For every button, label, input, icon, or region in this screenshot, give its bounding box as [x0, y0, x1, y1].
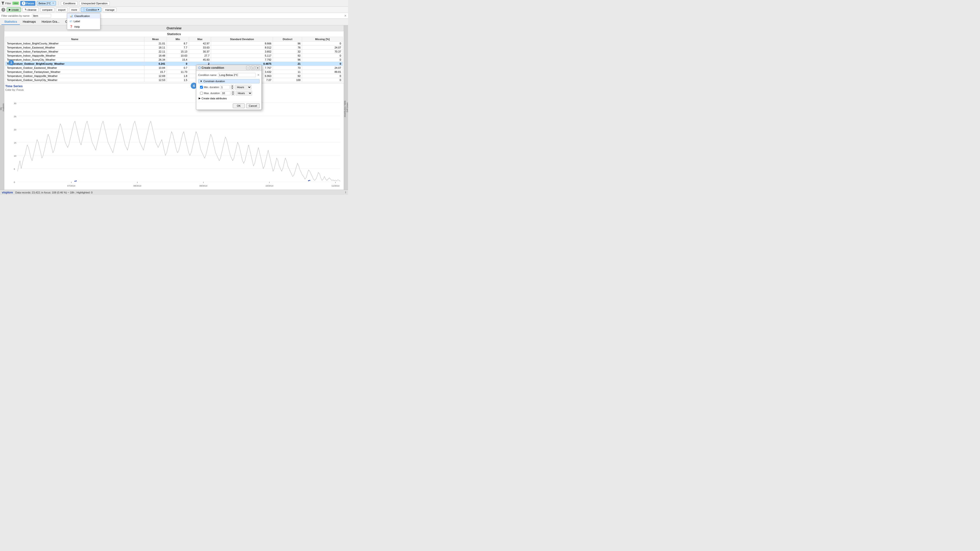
svg-text:07/2014: 07/2014 — [67, 184, 76, 187]
focus-label: Focus — [26, 2, 34, 5]
min-duration-increment[interactable]: ▲ — [231, 85, 234, 87]
max-duration-unit-select[interactable]: Hours Minutes Days — [235, 91, 252, 95]
filter-variables-input[interactable] — [32, 14, 51, 17]
max-duration-input[interactable] — [221, 91, 231, 95]
min-duration-checkbox[interactable] — [200, 86, 203, 89]
dropdown-item-label[interactable]: 🏷 Label — [67, 19, 100, 24]
dropdown-item-help[interactable]: ❓ Help — [67, 24, 100, 29]
row-value: 22.11 — [144, 50, 167, 54]
table-row[interactable]: Temperature_Outdoor_SunnyCity_Weather12.… — [5, 78, 343, 82]
more-button[interactable]: more — [69, 8, 80, 12]
table-row[interactable]: Temperature_Outdoor_Eastwood_Weather10.8… — [5, 66, 343, 70]
create-data-expand-icon[interactable]: ▶ — [199, 97, 200, 100]
filter-clear-icon[interactable]: ✕ — [344, 14, 347, 17]
svg-text:11/2014: 11/2014 — [331, 184, 340, 187]
below-2c-tag[interactable]: Below 2°C ✕ — [37, 1, 56, 5]
stats-table: Name Mean Min Max Standard Deviation Dis… — [5, 37, 343, 82]
row-value: 0 — [167, 62, 189, 66]
my-label: My — [0, 107, 2, 110]
constrain-duration-section[interactable]: ▼ Constrain duration — [198, 79, 259, 83]
min-duration-input[interactable] — [220, 85, 230, 89]
toolbar-row2: 3 ▶ create ✎ cleanse compare export more… — [0, 7, 348, 13]
max-duration-checkbox[interactable] — [200, 92, 203, 95]
condition-dropdown-icon: ▾ — [98, 8, 99, 11]
tab-horizon-graphs[interactable]: Horizon Gra... — [39, 19, 62, 25]
step3-circle: 3 — [2, 8, 5, 12]
condition-dropdown-menu: 📊 Classification 🏷 Label ❓ Help — [67, 13, 100, 30]
table-row[interactable]: Temperature_Indoor_Fantasytown_Weather22… — [5, 50, 343, 54]
row-value: 7.792 — [211, 58, 273, 62]
create-label: create — [11, 8, 19, 11]
max-duration-stepper[interactable]: ▲ ▼ — [231, 91, 235, 95]
tab-statistics[interactable]: Statistics — [2, 19, 20, 25]
svg-text:10/2014: 10/2014 — [265, 184, 274, 187]
condition-name-input[interactable] — [218, 73, 256, 77]
stats-table-wrapper[interactable]: Name Mean Min Max Standard Deviation Dis… — [5, 37, 343, 82]
timeseries-chart: Temperature_Outdoor_BrightCounty_Weather… — [5, 92, 343, 187]
dialog-maximize-button[interactable]: □ — [251, 66, 255, 70]
row-value: 100 — [273, 78, 302, 82]
compare-button[interactable]: compare — [40, 8, 55, 12]
conditions-button[interactable]: Conditions — [61, 1, 78, 5]
row-value: 15.4 — [167, 58, 189, 62]
svg-point-27 — [75, 181, 76, 182]
min-duration-stepper[interactable]: ▲ ▼ — [231, 85, 234, 90]
main-panels: Overview Statistics Name Mean Min Max St… — [4, 25, 344, 190]
section-toggle-icon[interactable]: ▼ — [200, 80, 202, 83]
row-value: 11 — [273, 70, 302, 74]
create-button[interactable]: ▶ create — [7, 7, 21, 12]
cancel-button[interactable]: Cancel — [246, 103, 259, 108]
table-row[interactable]: Temperature_Indoor_Happyville_Weather18.… — [5, 54, 343, 58]
condition-name-clear-icon[interactable]: ✕ — [257, 73, 259, 77]
table-row[interactable]: Temperature_Outdoor_BrightCounty_Weather… — [5, 62, 343, 66]
row-value: 42.97 — [189, 41, 211, 46]
unexpected-op-button[interactable]: Unexpected Operation — [79, 1, 110, 5]
classification-icon: 📊 — [70, 14, 73, 17]
toolbar-row1: Filter new 2 Focus Below 2°C ✕ Condition… — [0, 0, 348, 7]
table-row[interactable]: Temperature_Indoor_Eastwood_Weather18.11… — [5, 46, 343, 50]
drill-down-label: Drill Down — [346, 102, 348, 112]
row-value: 24.07 — [302, 66, 343, 70]
row-value: 0.7 — [167, 66, 189, 70]
svg-text:0: 0 — [14, 181, 15, 183]
tab-heatmaps[interactable]: Heatmaps — [20, 19, 39, 25]
min-duration-unit-select[interactable]: Hours Minutes Days — [235, 85, 251, 90]
dialog-header: ⬡ Create condition ─ □ ✕ — [196, 65, 261, 71]
min-duration-row: Min. duration ▲ ▼ Hours Minutes Days — [198, 85, 259, 90]
min-duration-decrement[interactable]: ▼ — [231, 87, 234, 90]
svg-text:09/2014: 09/2014 — [199, 184, 207, 187]
statistics-panel: Statistics Name Mean Min Max Standard De… — [4, 31, 344, 83]
side-label-left[interactable]: Analysis My — [0, 25, 4, 190]
row-name: Temperature_Indoor_SunnyCity_Weather — [5, 58, 144, 62]
max-duration-increment[interactable]: ▲ — [231, 91, 235, 93]
new-badge: new — [13, 2, 19, 5]
col-min: Min — [167, 37, 189, 41]
svg-point-30 — [309, 180, 310, 181]
export-button[interactable]: export — [56, 8, 68, 12]
table-row[interactable]: Temperature_Outdoor_Fantasytown_Weather1… — [5, 70, 343, 74]
row-value: 15.7 — [144, 70, 167, 74]
table-row[interactable]: Temperature_Indoor_SunnyCity_Weather26.3… — [5, 58, 343, 62]
cleanse-button[interactable]: ✎ cleanse — [22, 7, 39, 12]
row-name: Temperature_Indoor_BrightCounty_Weather — [5, 41, 144, 46]
table-row[interactable]: Temperature_Outdoor_Happyville_Weather12… — [5, 74, 343, 78]
row-value: 26.34 — [144, 58, 167, 62]
ok-button[interactable]: OK — [233, 103, 245, 108]
table-row[interactable]: Temperature_Indoor_BrightCounty_Weather2… — [5, 41, 343, 46]
row-value: 21 — [273, 62, 302, 66]
dialog-close-button[interactable]: ✕ — [256, 66, 259, 70]
row-value: 33.63 — [189, 46, 211, 50]
svg-point-28 — [76, 180, 77, 181]
timeseries-panel: Time Series Color by: Focus Temperature_… — [4, 83, 344, 190]
row-name: Temperature_Indoor_Fantasytown_Weather — [5, 50, 144, 54]
manage-button[interactable]: manage — [103, 8, 117, 12]
row-value: 32 — [273, 50, 302, 54]
row-name: Temperature_Indoor_Eastwood_Weather — [5, 46, 144, 50]
side-label-right[interactable]: Drill Down Distribution Table — [344, 25, 348, 190]
dropdown-item-classification[interactable]: 📊 Classification — [67, 13, 100, 19]
max-duration-decrement[interactable]: ▼ — [231, 93, 235, 95]
dialog-minimize-button[interactable]: ─ — [246, 66, 250, 70]
tag-close-icon[interactable]: ✕ — [52, 2, 54, 5]
row-value: 0.241 — [144, 62, 167, 66]
condition-button[interactable]: ⬡ Condition ▾ — [81, 7, 101, 12]
